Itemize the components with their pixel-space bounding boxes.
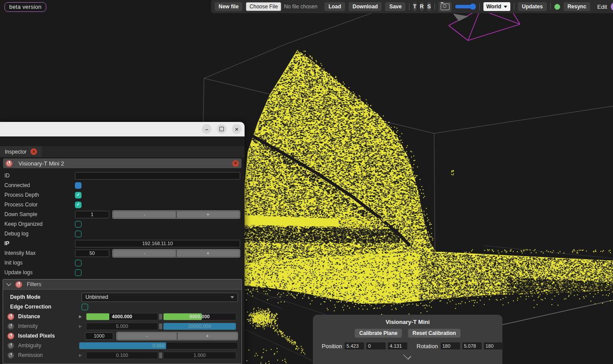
expand-triangle-icon[interactable]: ▶ <box>79 353 86 357</box>
filters-header[interactable]: Filters <box>3 279 241 290</box>
distance-power-icon[interactable] <box>7 313 14 320</box>
isolated-pixels-stepper[interactable]: - + <box>116 332 238 340</box>
device-title: Visionary-T Mini 2 <box>19 160 226 167</box>
toolbar-divider <box>479 3 480 10</box>
distance-min-slider[interactable]: 4000.000 <box>86 313 158 320</box>
connected-checkbox[interactable] <box>75 182 82 189</box>
world-space-select[interactable]: World <box>483 2 511 11</box>
slider-knob[interactable] <box>470 4 476 10</box>
close-window-button[interactable]: × <box>232 124 241 134</box>
range-handle[interactable] <box>159 353 162 358</box>
screenshot-button[interactable] <box>438 2 452 12</box>
isolated-pixels-power-icon[interactable] <box>7 333 14 339</box>
remission-min-slider[interactable]: 0.100 <box>86 352 158 359</box>
ambiguity-slider[interactable]: 0.550 <box>79 342 238 349</box>
depth-mode-select[interactable]: Unbinned <box>82 293 238 302</box>
down-sample-input[interactable] <box>75 211 109 218</box>
decrement-button[interactable]: - <box>113 211 176 218</box>
device-header[interactable]: Visionary-T Mini 2 × <box>3 158 241 168</box>
close-tab-icon[interactable]: × <box>30 148 37 155</box>
intensity-max-slider[interactable]: 20000.000 <box>163 323 236 330</box>
id-input[interactable] <box>75 172 240 180</box>
check-icon: ✓ <box>76 202 80 207</box>
rotation-x-input[interactable] <box>441 342 460 349</box>
position-x-input[interactable] <box>345 342 364 349</box>
decrement-button[interactable]: - <box>113 250 176 257</box>
ip-input[interactable] <box>75 240 240 247</box>
increment-button[interactable]: + <box>178 333 237 339</box>
distance-max-slider[interactable]: 9000.000 <box>163 313 236 320</box>
increment-button[interactable]: + <box>177 250 239 257</box>
keep-organized-checkbox[interactable] <box>75 221 82 228</box>
ambiguity-value: 0.550 <box>79 342 166 349</box>
field-row-connected: Connected <box>4 180 240 190</box>
edge-correction-label: Edge Correction <box>10 304 51 310</box>
debug-log-label: Debug log <box>4 231 75 237</box>
filter-row-remission: Remission ▶ 0.100 1.000 <box>7 350 238 360</box>
intensity-label: Intensity <box>18 323 38 329</box>
remission-power-icon[interactable] <box>7 352 14 359</box>
minimize-button[interactable]: – <box>202 124 212 134</box>
position-z-input[interactable] <box>388 342 407 349</box>
expand-triangle-icon[interactable]: ▶ <box>79 314 86 319</box>
range-handle[interactable] <box>159 324 162 329</box>
rotation-label: Rotation <box>416 343 438 349</box>
debug-log-checkbox[interactable] <box>75 231 82 237</box>
isolated-pixels-input[interactable] <box>85 332 113 340</box>
calibrate-plane-button[interactable]: Calibrate Plane <box>355 329 402 338</box>
power-icon[interactable] <box>6 160 12 167</box>
update-logs-checkbox[interactable] <box>75 269 82 276</box>
intensity-min-slider[interactable]: 5.000 <box>86 323 158 330</box>
process-depth-checkbox[interactable]: ✓ <box>75 192 82 199</box>
decrement-button[interactable]: - <box>117 333 177 339</box>
init-logs-checkbox[interactable] <box>75 260 82 266</box>
down-sample-label: Down Sample <box>4 211 75 217</box>
intensity-max-stepper[interactable]: - + <box>112 249 240 257</box>
maximize-button[interactable] <box>217 124 227 134</box>
ambiguity-power-icon[interactable] <box>7 342 14 349</box>
range-handle[interactable] <box>159 314 162 320</box>
increment-button[interactable]: + <box>177 211 239 218</box>
point-size-slider[interactable] <box>455 4 476 10</box>
filters-title: Filters <box>27 281 41 287</box>
rotation-z-input[interactable] <box>484 342 503 349</box>
scale-tool-button[interactable]: S <box>427 2 431 11</box>
intensity-min-value: 5.000 <box>86 323 158 330</box>
load-button[interactable]: Load <box>324 2 345 11</box>
choose-file-button[interactable]: Choose File <box>246 2 281 11</box>
save-button[interactable]: Save <box>385 2 405 11</box>
rotation-y-input[interactable] <box>462 342 482 349</box>
process-color-checkbox[interactable]: ✓ <box>75 202 82 208</box>
filters-power-icon[interactable] <box>15 281 22 288</box>
process-depth-label: Process Depth <box>4 192 75 198</box>
camera-icon <box>441 4 450 10</box>
filter-row-intensity: Intensity ▶ 5.000 20000.000 <box>7 321 238 331</box>
edge-correction-checkbox[interactable] <box>82 304 88 310</box>
chevron-down-icon[interactable] <box>6 281 11 286</box>
download-button[interactable]: Download <box>349 2 382 11</box>
distance-min-value: 4000.000 <box>86 313 158 320</box>
intensity-power-icon[interactable] <box>7 323 14 330</box>
edit-perform-toggle[interactable] <box>611 2 613 11</box>
expand-triangle-icon[interactable]: ▶ <box>79 324 86 328</box>
rotate-tool-button[interactable]: R <box>420 2 424 11</box>
translate-tool-button[interactable]: T <box>413 2 416 11</box>
field-row-init-logs: Init logs <box>4 258 240 268</box>
resync-button[interactable]: Resync <box>564 2 591 11</box>
reset-calibration-button[interactable]: Reset Calibration <box>408 329 461 338</box>
field-row-debug-log: Debug log <box>4 229 240 239</box>
down-sample-stepper[interactable]: - + <box>112 210 240 219</box>
position-y-input[interactable] <box>366 342 386 349</box>
intensity-max-input[interactable] <box>75 250 109 257</box>
check-icon: ✓ <box>76 193 80 197</box>
tab-inspector[interactable]: Inspector × <box>0 146 42 157</box>
new-file-button[interactable]: New file <box>215 2 242 11</box>
remission-max-slider[interactable]: 1.000 <box>163 352 236 359</box>
window-titlebar[interactable]: – × <box>0 122 245 136</box>
beta-version-badge: beta version <box>4 2 46 12</box>
remove-device-icon[interactable]: × <box>232 160 239 167</box>
filters-rows: Depth Mode Unbinned Edge Correction Dist… <box>3 290 241 364</box>
collapse-panel-chevron-icon[interactable] <box>404 351 412 359</box>
updates-button[interactable]: Updates <box>518 2 546 11</box>
intensity-max-label: Intensity Max <box>4 250 75 256</box>
